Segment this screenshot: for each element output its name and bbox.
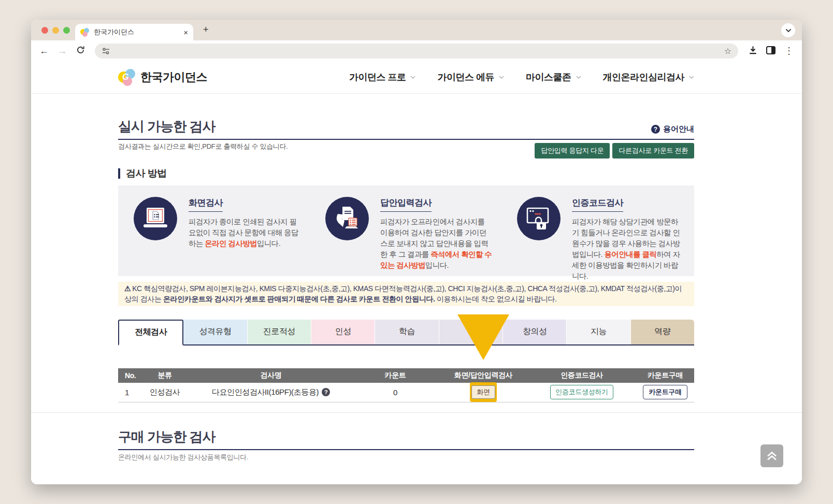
tab-creativity[interactable]: 창의성: [503, 320, 567, 344]
download-icon: [748, 45, 758, 55]
section-heading: 검사 방법: [126, 167, 167, 180]
screen-test-button[interactable]: 화면: [471, 385, 495, 399]
row-authcode-cell: 인증코드생성하기: [527, 385, 636, 399]
window-controls: [41, 27, 70, 34]
double-chevron-up-icon: [766, 451, 778, 462]
browser-menu-button[interactable]: ⋮: [783, 46, 795, 55]
tab-learning[interactable]: 학습: [375, 320, 439, 344]
browser-tabstrip: 한국가이던스 × +: [31, 20, 802, 40]
chevron-down-icon: [576, 76, 581, 79]
page-subtitle: 검사결과는 실시간으로 확인,PDF로 출력하실 수 있습니다.: [118, 142, 288, 151]
col-header-count: 카운트: [351, 371, 439, 380]
method-title[interactable]: 답안입력검사: [380, 197, 432, 212]
col-header-purchase: 카운트구매: [636, 371, 694, 380]
title-divider: [118, 449, 694, 450]
row-test-name: 다요인인성검사II(16PF)(초등용): [212, 387, 319, 397]
forward-button[interactable]: →: [56, 46, 68, 55]
answer-sheet-download-button[interactable]: 답안입력 응답지 다운: [535, 143, 610, 159]
zoom-window-button[interactable]: [63, 27, 70, 34]
method-card-answer-input-test: 답안입력검사 피검자가 오프라인에서 검사지를 이용하여 검사한 답안지를 가이…: [310, 185, 501, 276]
tab-all-tests[interactable]: 전체검사: [118, 320, 183, 345]
nav-label: 개인온라인심리검사: [603, 71, 685, 83]
test-methods-panel: 화면검사 피검자가 종이로 인쇄된 검사지 필요없이 직접 검사 문항에 대해 …: [118, 185, 694, 276]
nav-label: 가이던스 에듀: [437, 71, 494, 83]
question-circle-icon: ?: [651, 125, 660, 134]
method-card-authcode-test: *** 인증코드검사 피검자가 해당 상담기관에 방문하기 힘들거나 온라인으로…: [501, 185, 693, 276]
purchasable-section-title: 구매 가능한 검사: [118, 428, 215, 446]
tab-intelligence[interactable]: 지능: [567, 320, 630, 344]
main-navigation: 가이던스 프로 가이던스 에듀 마이스쿨존 개인온라인심리검사: [349, 71, 694, 83]
minimize-window-button[interactable]: [52, 27, 59, 34]
glossary-help-link[interactable]: ? 용어안내: [651, 124, 694, 136]
tab-competency[interactable]: 역량: [631, 320, 694, 344]
logo-icon: G: [118, 69, 136, 86]
page-title: 실시 가능한 검사: [118, 118, 215, 136]
annotation-arrow-down: [457, 314, 509, 360]
table-row: 1 인성검사 다요인인성검사II(16PF)(초등용) ? 0 화면: [118, 383, 694, 402]
notice-text: 이용하시는데 착오 없으시길 바랍니다.: [435, 295, 556, 303]
tab-career-aptitude[interactable]: 진로적성: [248, 320, 311, 344]
logo-text: 한국가이던스: [140, 69, 207, 85]
method-title[interactable]: 화면검사: [189, 197, 223, 212]
method-title[interactable]: 인증코드검사: [572, 197, 623, 212]
count-transfer-button[interactable]: 다른검사로 카운트 전환: [612, 143, 694, 159]
title-divider: [118, 139, 694, 140]
site-settings-icon[interactable]: [102, 47, 110, 55]
method-card-screen-test: 화면검사 피검자가 종이로 인쇄된 검사지 필요없이 직접 검사 문항에 대해 …: [118, 185, 310, 276]
screen-test-icon: [134, 197, 177, 240]
back-button[interactable]: ←: [38, 46, 50, 55]
purchasable-section-subtitle: 온라인에서 실시가능한 검사상품목록입니다.: [118, 453, 694, 462]
bookmark-star-icon[interactable]: ☆: [724, 46, 731, 56]
col-header-test-name: 검사명: [191, 371, 351, 380]
table-header-row: No. 분류 검사명 카운트 화면/답안입력검사 인증코드검사 카운트구매: [118, 368, 694, 383]
row-purchase-cell: 카운트구매: [636, 385, 694, 399]
tab-close-icon[interactable]: ×: [183, 28, 188, 36]
generate-authcode-button[interactable]: 인증코드생성하기: [550, 385, 613, 399]
method-description: 피검자가 해당 상담기관에 방문하기 힘들거나 온라인으로 검사할 인원수가 많…: [572, 217, 685, 282]
col-header-no: No.: [118, 371, 139, 380]
authcode-test-icon: ***: [517, 197, 561, 240]
purchase-count-button[interactable]: 카운트구매: [643, 385, 687, 399]
answer-input-test-icon: [325, 197, 369, 240]
nav-item-guidance-edu[interactable]: 가이던스 에듀: [437, 71, 504, 83]
notice-banner: ⚠KC 핵심역량검사, SPM 레이븐지능검사, KMIS 다중지능검사(초,중…: [118, 282, 694, 306]
help-label: 용어안내: [663, 124, 694, 134]
nav-item-online-psych-test[interactable]: 개인온라인심리검사: [603, 71, 695, 83]
reload-icon: [76, 46, 85, 54]
method-description: 피검자가 종이로 인쇄된 검사지 필요없이 직접 검사 문항에 대해 응답하는 …: [189, 217, 301, 249]
tab-character[interactable]: 인성: [311, 320, 375, 344]
browser-tab[interactable]: 한국가이던스 ×: [75, 24, 193, 40]
nav-item-myschoolzone[interactable]: 마이스쿨존: [526, 71, 581, 83]
nav-label: 마이스쿨존: [526, 71, 571, 83]
scroll-to-top-button[interactable]: [760, 444, 783, 467]
section-accent-bar: [118, 168, 120, 179]
row-category: 인성검사: [139, 387, 191, 397]
close-window-button[interactable]: [41, 27, 48, 34]
tab-search-button[interactable]: [781, 23, 795, 37]
reload-button[interactable]: [75, 46, 86, 56]
col-header-screen-answer: 화면/답안입력검사: [439, 371, 527, 380]
test-info-icon[interactable]: ?: [322, 388, 330, 396]
chevron-down-icon: [499, 76, 504, 79]
tab-title: 한국가이던스: [94, 27, 134, 37]
side-panel-icon: [766, 46, 775, 54]
site-logo[interactable]: G 한국가이던스: [118, 69, 207, 86]
warning-icon: ⚠: [124, 284, 131, 293]
browser-toolbar: ← → ☆ ⋮: [31, 40, 802, 61]
tests-table: No. 분류 검사명 카운트 화면/답안입력검사 인증코드검사 카운트구매 1 …: [118, 368, 694, 402]
notice-text-bold: 온라인카운트와 검사지가 셋트로 판매되기 때문에 다른 검사로 카운트 전환이…: [163, 295, 435, 303]
chevron-down-icon: [785, 28, 792, 33]
method-description: 피검자가 오프라인에서 검사지를 이용하여 검사한 답안지를 가이던스로 보내지…: [380, 217, 493, 271]
nav-label: 가이던스 프로: [349, 71, 406, 83]
new-tab-button[interactable]: +: [203, 24, 209, 35]
row-no: 1: [118, 388, 139, 397]
row-screen-cell: 화면: [439, 385, 527, 399]
category-tabs: 전체검사 성격유형 진로적성 인성 학습 창의성 지능 역량: [118, 320, 694, 345]
tab-personality-type[interactable]: 성격유형: [183, 320, 247, 344]
address-bar[interactable]: ☆: [95, 44, 738, 59]
downloads-button[interactable]: [747, 45, 758, 56]
browser-window: 한국가이던스 × + ← → ☆ ⋮ G: [31, 20, 802, 484]
col-header-category: 분류: [139, 371, 191, 380]
side-panel-button[interactable]: [765, 46, 777, 56]
nav-item-guidance-pro[interactable]: 가이던스 프로: [349, 71, 416, 83]
